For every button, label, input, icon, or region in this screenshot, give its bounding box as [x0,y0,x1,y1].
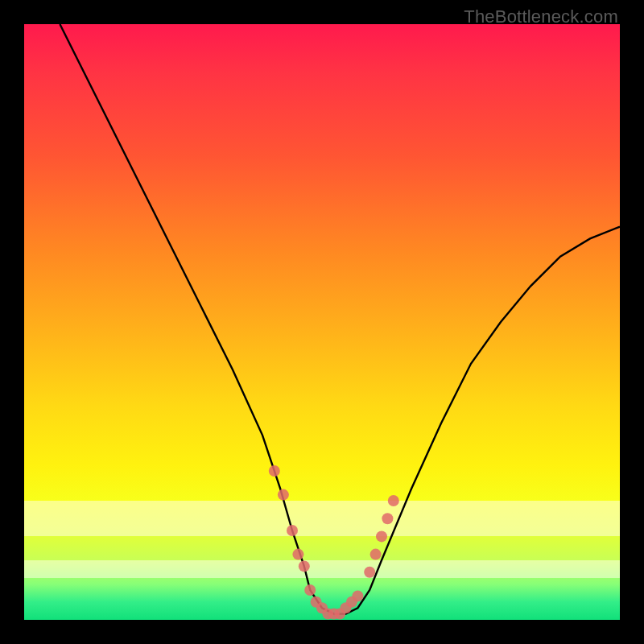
chart-svg [24,24,620,620]
chart-frame [24,24,620,620]
marker-dot [278,489,289,501]
marker-dot [364,567,375,578]
marker-dot [388,495,399,506]
marker-dot [376,530,387,542]
marker-dot [292,549,303,560]
marker-dot [287,525,298,536]
bottleneck-curve [60,24,620,614]
marker-dot [382,513,393,524]
marker-dot [269,465,280,477]
marker-dot [370,549,382,560]
marker-dot [304,584,316,596]
marker-dot [299,560,310,572]
marker-dots-group [269,465,399,620]
marker-dot [352,590,363,601]
